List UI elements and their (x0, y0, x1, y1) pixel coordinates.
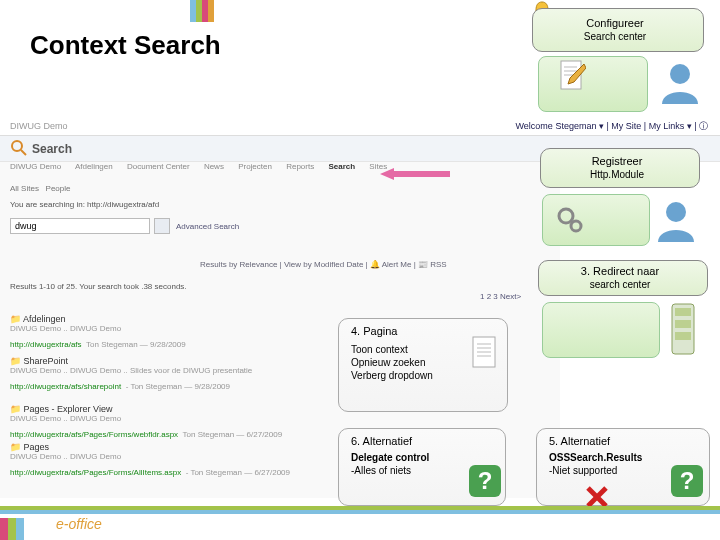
search-go-button[interactable] (154, 218, 170, 234)
search-icon (10, 139, 28, 157)
sp-search-label: Search (32, 142, 72, 156)
svg-rect-15 (675, 320, 691, 328)
callout-redirect: 3. Redirect naarsearch center (538, 260, 708, 296)
svg-point-11 (571, 221, 581, 231)
question-icon: ? (468, 464, 502, 498)
callout-configure: ConfigureerSearch center (532, 8, 704, 52)
helper-panel-1 (538, 56, 648, 112)
user-avatar-icon (654, 198, 698, 242)
tab-people[interactable]: People (46, 184, 71, 193)
footer-stripe (16, 518, 24, 540)
footer-stripe (8, 518, 16, 540)
svg-marker-2 (380, 168, 450, 180)
svg-line-1 (21, 150, 26, 155)
sp-user-links: Welcome Stegeman ▾ | My Site | My Links … (516, 120, 708, 133)
server-icon (668, 302, 698, 358)
gears-icon (556, 206, 584, 234)
helper-panel-3 (542, 302, 660, 358)
footer-stripe (0, 510, 720, 514)
callout-register: RegistreerHttp.Module (540, 148, 700, 188)
sp-searching-in: You are searching in: http://diwugextra/… (10, 200, 159, 209)
document-icon (472, 336, 498, 368)
stripe (208, 0, 214, 22)
eoffice-logo: e-office (56, 516, 102, 532)
search-input[interactable] (10, 218, 150, 234)
svg-point-12 (666, 202, 686, 222)
svg-point-10 (559, 209, 573, 223)
document-edit-icon (560, 60, 586, 92)
arrow-to-search-nav (380, 166, 450, 178)
svg-rect-16 (675, 332, 691, 340)
svg-text:?: ? (680, 467, 695, 494)
user-avatar-icon (658, 60, 702, 104)
svg-point-9 (670, 64, 690, 84)
svg-point-0 (12, 141, 22, 151)
sp-result-toolbar: Results by Relevance | View by Modified … (200, 260, 447, 269)
sp-result-count: Results 1-10 of 25. Your search took .38… (10, 282, 187, 291)
svg-text:?: ? (478, 467, 493, 494)
sp-paging[interactable]: 1 2 3 Next> (480, 292, 521, 301)
red-x-icon (586, 486, 608, 508)
sp-scope-tabs: All Sites People (10, 184, 71, 193)
svg-rect-14 (675, 308, 691, 316)
sp-topbar: DIWUG Demo Welcome Stegeman ▾ | My Site … (0, 118, 720, 136)
footer-stripe (0, 518, 8, 540)
question-icon: ? (670, 464, 704, 498)
tab-all-sites[interactable]: All Sites (10, 184, 39, 193)
advanced-search-link[interactable]: Advanced Search (176, 222, 239, 231)
page-title: Context Search (30, 30, 221, 61)
sp-site-name: DIWUG Demo (10, 121, 68, 131)
